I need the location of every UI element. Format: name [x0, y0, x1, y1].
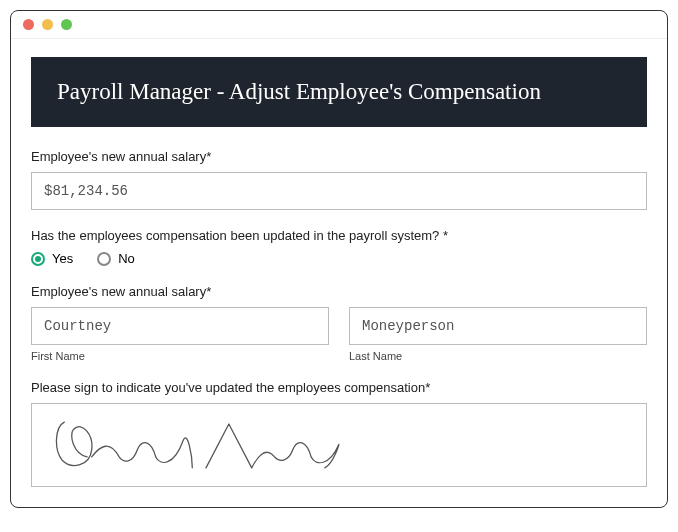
minimize-icon[interactable] [42, 19, 53, 30]
radio-row: Yes No [31, 251, 647, 266]
salary-label: Employee's new annual salary* [31, 149, 647, 164]
first-name-col: First Name [31, 307, 329, 362]
updated-question-label: Has the employees compensation been upda… [31, 228, 647, 243]
salary-input[interactable] [31, 172, 647, 210]
first-name-input[interactable] [31, 307, 329, 345]
signature-field-group: Please sign to indicate you've updated t… [31, 380, 647, 487]
page-title-text: Payroll Manager - Adjust Employee's Comp… [57, 79, 541, 104]
salary-field-group: Employee's new annual salary* [31, 149, 647, 210]
maximize-icon[interactable] [61, 19, 72, 30]
first-name-sublabel: First Name [31, 350, 329, 362]
signature-input[interactable] [31, 403, 647, 487]
radio-yes-label: Yes [52, 251, 73, 266]
page-title: Payroll Manager - Adjust Employee's Comp… [31, 57, 647, 127]
form-content: Payroll Manager - Adjust Employee's Comp… [11, 39, 667, 507]
window-titlebar [11, 11, 667, 39]
radio-no[interactable]: No [97, 251, 135, 266]
radio-no-label: No [118, 251, 135, 266]
name-row: First Name Last Name [31, 307, 647, 362]
app-window: Payroll Manager - Adjust Employee's Comp… [10, 10, 668, 508]
last-name-col: Last Name [349, 307, 647, 362]
last-name-sublabel: Last Name [349, 350, 647, 362]
radio-selected-icon [31, 252, 45, 266]
signature-label: Please sign to indicate you've updated t… [31, 380, 647, 395]
radio-yes[interactable]: Yes [31, 251, 73, 266]
name-field-group: Employee's new annual salary* First Name… [31, 284, 647, 362]
radio-unselected-icon [97, 252, 111, 266]
signature-icon [46, 413, 375, 477]
close-icon[interactable] [23, 19, 34, 30]
last-name-input[interactable] [349, 307, 647, 345]
name-section-label: Employee's new annual salary* [31, 284, 647, 299]
updated-question-group: Has the employees compensation been upda… [31, 228, 647, 266]
